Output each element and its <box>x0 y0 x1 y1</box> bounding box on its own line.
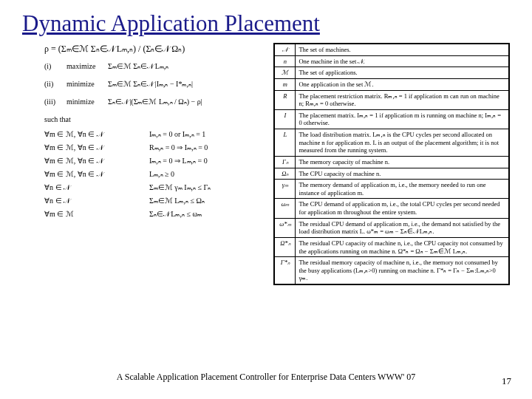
objective-expr: Σₘ∈ℳ Σₙ∈𝒩 Lₘ,ₙ <box>108 61 168 72</box>
objective-expr: Σₘ∈ℳ Σₙ∈𝒩 |Iₘ,ₙ − I*ₘ,ₙ| <box>108 79 193 89</box>
objective-expr: Σₙ∈𝒩 |(Σₘ∈ℳ Lₘ,ₙ / Ωₙ) − ρ| <box>108 97 202 107</box>
slide-title: Dynamic Application Placement <box>0 0 532 43</box>
description-cell: The set of applications. <box>296 67 509 79</box>
table-row: RThe placement restriction matrix. Rₘ,ₙ … <box>275 90 509 109</box>
objective-verb: maximize <box>66 61 102 72</box>
description-cell: The set of machines. <box>296 44 509 56</box>
objective-verb: minimize <box>66 79 102 89</box>
table-row: LThe load distribution matrix. Lₘ,ₙ is t… <box>275 129 509 157</box>
symbol-cell: ℳ <box>275 67 296 79</box>
relation: Σₘ∈ℳ Lₘ,ₙ ≤ Ωₙ <box>149 196 205 206</box>
symbol-cell: Ω*ₙ <box>275 237 296 256</box>
quantifier: ∀n ∈ 𝒩 <box>44 196 140 206</box>
description-cell: The placement restriction matrix. Rₘ,ₙ =… <box>296 90 509 109</box>
description-cell: The memory demand of application m, i.e.… <box>296 180 509 199</box>
relation: Σₘ∈ℳ γₘ Iₘ,ₙ ≤ Γₙ <box>149 183 211 193</box>
table-row: Ω*ₙThe residual CPU capacity of machine … <box>275 237 509 256</box>
constraint: ∀m ∈ ℳ, ∀n ∈ 𝒩Rₘ,ₙ = 0 ⇒ Iₘ,ₙ = 0 <box>44 143 267 153</box>
description-cell: The CPU capacity of machine n. <box>296 168 509 180</box>
relation: Iₘ,ₙ = 0 or Iₘ,ₙ = 1 <box>149 129 205 140</box>
quantifier: ∀m ∈ ℳ, ∀n ∈ 𝒩 <box>44 156 140 166</box>
relation: Iₘ,ₙ = 0 ⇒ Lₘ,ₙ = 0 <box>149 156 208 166</box>
quantifier: ∀m ∈ ℳ <box>44 209 140 219</box>
page-number: 17 <box>502 375 511 387</box>
symbol-cell: γₘ <box>275 180 296 199</box>
objective-num: (i) <box>44 61 61 72</box>
table-row: mOne application in the set ℳ. <box>275 78 509 90</box>
description-cell: The memory capacity of machine n. <box>296 156 509 168</box>
table-row: nOne machine in the set 𝒩. <box>275 55 509 67</box>
description-cell: The residual memory capacity of machine … <box>296 257 509 284</box>
notation-table: 𝒩The set of machines.nOne machine in the… <box>273 43 510 285</box>
symbol-cell: I <box>275 109 296 129</box>
symbol-cell: Ωₙ <box>275 168 296 180</box>
table-row: ΓₙThe memory capacity of machine n. <box>275 156 509 168</box>
description-cell: The placement matrix. Iₘ,ₙ = 1 if applic… <box>296 109 509 129</box>
table-row: ωₘThe CPU demand of application m, i.e.,… <box>275 199 509 218</box>
description-cell: One application in the set ℳ. <box>296 78 509 90</box>
relation: Lₘ,ₙ ≥ 0 <box>149 169 174 180</box>
relation: Rₘ,ₙ = 0 ⇒ Iₘ,ₙ = 0 <box>149 143 208 153</box>
symbol-cell: L <box>275 129 296 157</box>
table-row: ω*ₘThe residual CPU demand of applicatio… <box>275 218 509 237</box>
table-row: Γ*ₙThe residual memory capacity of machi… <box>275 257 509 284</box>
table-row: 𝒩The set of machines. <box>275 44 509 56</box>
rho-definition: ρ = (Σₘ∈ℳ Σₙ∈𝒩 Lₘ,ₙ) / (Σₙ∈𝒩 Ωₙ) <box>44 43 267 55</box>
quantifier: ∀m ∈ ℳ, ∀n ∈ 𝒩 <box>44 143 140 153</box>
table-row: IThe placement matrix. Iₘ,ₙ = 1 if appli… <box>275 109 509 129</box>
relation: Σₙ∈𝒩 Lₘ,ₙ ≤ ωₘ <box>149 209 202 219</box>
objective-verb: minimize <box>66 97 102 107</box>
description-cell: The residual CPU demand of application m… <box>296 218 509 237</box>
description-cell: One machine in the set 𝒩. <box>296 55 509 67</box>
symbol-cell: ω*ₘ <box>275 218 296 237</box>
objective-num: (iii) <box>44 97 61 107</box>
constraints-list: ∀m ∈ ℳ, ∀n ∈ 𝒩Iₘ,ₙ = 0 or Iₘ,ₙ = 1 ∀m ∈ … <box>44 129 267 219</box>
symbol-cell: 𝒩 <box>275 44 296 56</box>
objective-1: (i) maximize Σₘ∈ℳ Σₙ∈𝒩 Lₘ,ₙ <box>44 61 267 72</box>
constraint: ∀n ∈ 𝒩Σₘ∈ℳ γₘ Iₘ,ₙ ≤ Γₙ <box>44 183 267 193</box>
content-row: ρ = (Σₘ∈ℳ Σₙ∈𝒩 Lₘ,ₙ) / (Σₙ∈𝒩 Ωₙ) (i) max… <box>0 43 532 285</box>
symbol-cell: ωₘ <box>275 199 296 218</box>
description-cell: The load distribution matrix. Lₘ,ₙ is th… <box>296 129 509 157</box>
quantifier: ∀m ∈ ℳ, ∀n ∈ 𝒩 <box>44 129 140 140</box>
quantifier: ∀m ∈ ℳ, ∀n ∈ 𝒩 <box>44 169 140 180</box>
constraint: ∀m ∈ ℳΣₙ∈𝒩 Lₘ,ₙ ≤ ωₘ <box>44 209 267 219</box>
table-row: ℳThe set of applications. <box>275 67 509 79</box>
symbol-cell: R <box>275 90 296 109</box>
symbol-cell: Γ*ₙ <box>275 257 296 284</box>
description-cell: The CPU demand of application m, i.e., t… <box>296 199 509 218</box>
objective-3: (iii) minimize Σₙ∈𝒩 |(Σₘ∈ℳ Lₘ,ₙ / Ωₙ) − … <box>44 97 267 107</box>
formulation-panel: ρ = (Σₘ∈ℳ Σₙ∈𝒩 Lₘ,ₙ) / (Σₙ∈𝒩 Ωₙ) (i) max… <box>44 43 267 285</box>
constraint: ∀n ∈ 𝒩Σₘ∈ℳ Lₘ,ₙ ≤ Ωₙ <box>44 196 267 206</box>
objective-2: (ii) minimize Σₘ∈ℳ Σₙ∈𝒩 |Iₘ,ₙ − I*ₘ,ₙ| <box>44 79 267 89</box>
table-row: ΩₙThe CPU capacity of machine n. <box>275 168 509 180</box>
such-that-label: such that <box>44 115 267 125</box>
symbol-table: 𝒩The set of machines.nOne machine in the… <box>274 44 509 284</box>
symbol-cell: Γₙ <box>275 156 296 168</box>
constraint: ∀m ∈ ℳ, ∀n ∈ 𝒩Lₘ,ₙ ≥ 0 <box>44 169 267 180</box>
symbol-cell: m <box>275 78 296 90</box>
constraint: ∀m ∈ ℳ, ∀n ∈ 𝒩Iₘ,ₙ = 0 or Iₘ,ₙ = 1 <box>44 129 267 140</box>
table-row: γₘThe memory demand of application m, i.… <box>275 180 509 199</box>
quantifier: ∀n ∈ 𝒩 <box>44 183 140 193</box>
constraint: ∀m ∈ ℳ, ∀n ∈ 𝒩Iₘ,ₙ = 0 ⇒ Lₘ,ₙ = 0 <box>44 156 267 166</box>
objective-num: (ii) <box>44 79 61 89</box>
symbol-cell: n <box>275 55 296 67</box>
description-cell: The residual CPU capacity of machine n, … <box>296 237 509 256</box>
citation-caption: A Scalable Application Placement Control… <box>0 372 532 383</box>
